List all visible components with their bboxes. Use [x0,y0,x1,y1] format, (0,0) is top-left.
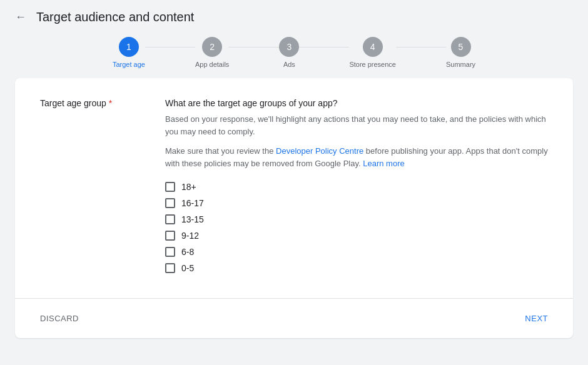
back-icon[interactable]: ← [15,11,26,24]
checkbox-label-18plus: 18+ [181,182,196,192]
required-marker: * [109,98,112,108]
step-circle-2: 2 [202,37,222,57]
policy-text: Make sure that you review the Developer … [165,145,548,169]
step-circle-5: 5 [451,37,471,57]
discard-button[interactable]: DISCARD [40,309,79,328]
step-1[interactable]: 1 Target age [113,37,145,68]
step-label-5: Summary [446,61,475,68]
checkbox-box-18plus[interactable] [165,182,175,192]
checkbox-1315[interactable]: 13-15 [165,214,548,224]
step-circle-3: 3 [279,37,299,57]
checkbox-label-1315: 13-15 [181,214,204,224]
step-5[interactable]: 5 Summary [446,37,475,68]
checkbox-68[interactable]: 6-8 [165,247,548,257]
step-circle-1: 1 [119,37,139,57]
checkbox-box-05[interactable] [165,263,175,273]
connector-3-4 [299,47,349,48]
step-label-3: Ads [283,61,295,68]
checkbox-05[interactable]: 0-5 [165,263,548,273]
next-button[interactable]: NEXT [525,309,548,328]
question-title: What are the target age groups of your a… [165,98,548,108]
step-circle-4: 4 [363,37,383,57]
step-2[interactable]: 2 App details [195,37,229,68]
checkbox-1617[interactable]: 16-17 [165,198,548,208]
checkbox-box-1617[interactable] [165,198,175,208]
checkbox-box-68[interactable] [165,247,175,257]
checkbox-label-1617: 16-17 [181,198,204,208]
checkbox-box-912[interactable] [165,231,175,241]
checkbox-label-912: 9-12 [181,231,199,241]
step-4[interactable]: 4 Store presence [349,37,396,68]
step-3[interactable]: 3 Ads [279,37,299,68]
learn-more-link[interactable]: Learn more [363,159,404,168]
question-desc: Based on your response, we'll highlight … [165,113,548,138]
field-label-section: Target age group * [40,98,140,273]
step-label-4: Store presence [349,61,396,68]
connector-4-5 [396,47,446,48]
age-group-checkboxes: 18+ 16-17 13-15 9-12 6-8 [165,182,548,273]
checkbox-912[interactable]: 9-12 [165,231,548,241]
checkbox-18plus[interactable]: 18+ [165,182,548,192]
main-card: Target age group * What are the target a… [15,78,573,338]
checkbox-label-05: 0-5 [181,263,194,273]
policy-text-before: Make sure that you review the [165,146,276,156]
checkbox-box-1315[interactable] [165,214,175,224]
step-label-1: Target age [113,61,145,68]
card-footer: DISCARD NEXT [15,298,573,338]
page-title: Target audience and content [36,10,194,24]
connector-1-2 [145,47,195,48]
step-label-2: App details [195,61,229,68]
page-header: ← Target audience and content [0,0,588,32]
right-section: What are the target age groups of your a… [165,98,548,273]
field-label: Target age group [40,98,106,108]
stepper: 1 Target age 2 App details 3 Ads 4 Store… [0,32,588,78]
policy-centre-link[interactable]: Developer Policy Centre [276,146,363,156]
checkbox-label-68: 6-8 [181,247,194,257]
connector-2-3 [229,47,279,48]
